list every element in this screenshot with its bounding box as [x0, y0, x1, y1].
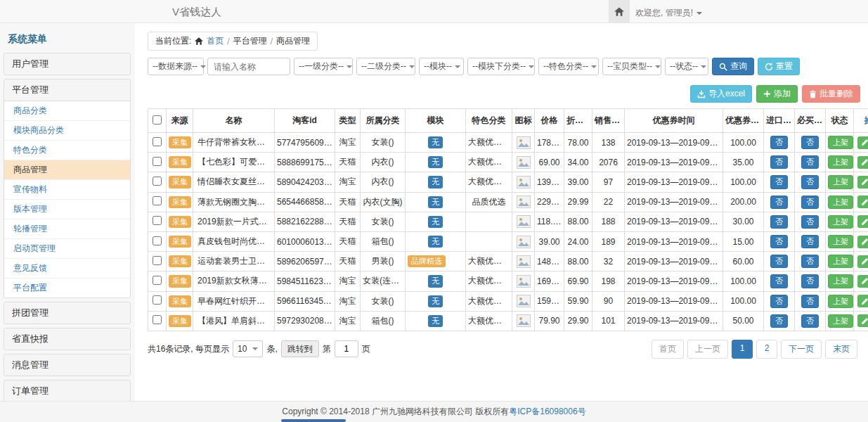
icp-link[interactable]: 粤ICP备16098006号	[509, 406, 585, 418]
sidebar-group-header[interactable]: 拼团管理	[4, 302, 130, 324]
row-checkbox[interactable]	[153, 196, 162, 205]
row-checkbox[interactable]	[153, 315, 162, 324]
import-select-toggle[interactable]: 否	[770, 215, 788, 229]
must-buy-toggle[interactable]: 否	[801, 274, 819, 288]
sidebar-item[interactable]: 版本管理	[4, 200, 130, 219]
breadcrumb-home-link[interactable]: 首页	[207, 35, 224, 47]
row-checkbox[interactable]	[153, 157, 162, 166]
must-buy-toggle[interactable]: 否	[801, 295, 819, 308]
row-checkbox[interactable]	[153, 256, 162, 265]
import-select-toggle[interactable]: 否	[770, 136, 788, 149]
row-checkbox[interactable]	[153, 177, 162, 186]
status-toggle[interactable]: 上架	[828, 235, 853, 248]
edit-button[interactable]	[857, 255, 868, 268]
filter-select-level2-category[interactable]: --二级分类--	[356, 58, 415, 75]
sidebar-item[interactable]: 启动页管理	[4, 239, 130, 259]
edit-button[interactable]	[857, 136, 868, 149]
must-buy-toggle[interactable]: 否	[801, 155, 819, 169]
module-badge[interactable]: 无	[428, 295, 443, 307]
status-toggle[interactable]: 上架	[828, 155, 853, 169]
import-select-toggle[interactable]: 否	[770, 314, 788, 328]
filter-select-feature-category[interactable]: --特色分类--	[538, 58, 599, 75]
module-badge[interactable]: 无	[428, 275, 443, 287]
user-menu[interactable]: 欢迎您, 管理员!	[635, 7, 702, 19]
filter-select-item-type[interactable]: --宝贝类型--	[602, 58, 661, 75]
sidebar-item[interactable]: 宣传物料	[4, 180, 130, 200]
edit-button[interactable]	[857, 156, 868, 169]
edit-button[interactable]	[857, 295, 868, 307]
page-button[interactable]: 1	[732, 340, 753, 359]
edit-button[interactable]	[857, 314, 868, 327]
module-badge[interactable]: 无	[428, 136, 443, 148]
module-badge[interactable]: 无	[428, 156, 443, 168]
nav-home-button[interactable]	[609, 0, 630, 23]
sidebar-group-header[interactable]: 省直快报	[4, 328, 130, 350]
sidebar-item[interactable]: 平台配置	[4, 279, 130, 298]
filter-select-level1-category[interactable]: --一级分类--	[294, 58, 353, 75]
status-toggle[interactable]: 上架	[828, 215, 853, 229]
edit-button[interactable]	[857, 236, 868, 248]
module-badge[interactable]: 无	[428, 176, 443, 188]
status-toggle[interactable]: 上架	[828, 295, 853, 308]
row-checkbox[interactable]	[153, 276, 162, 285]
name-search-input[interactable]	[207, 58, 290, 75]
edit-button[interactable]	[857, 196, 868, 208]
must-buy-toggle[interactable]: 否	[801, 255, 819, 268]
edit-button[interactable]	[857, 215, 868, 228]
row-checkbox[interactable]	[153, 216, 162, 225]
page-button[interactable]: 下一页	[781, 340, 822, 359]
row-checkbox[interactable]	[153, 236, 162, 245]
sidebar-item[interactable]: 特色分类	[4, 141, 130, 160]
batch-delete-button[interactable]: 批量删除	[802, 85, 860, 103]
filter-select-module-sub-category[interactable]: --模块下分类--	[467, 58, 535, 75]
import-select-toggle[interactable]: 否	[770, 274, 788, 288]
module-badge[interactable]: 无	[428, 236, 443, 248]
must-buy-toggle[interactable]: 否	[801, 136, 819, 149]
page-button[interactable]: 末页	[825, 340, 857, 359]
import-select-toggle[interactable]: 否	[770, 255, 788, 268]
select-all-checkbox[interactable]	[153, 115, 162, 124]
module-badge[interactable]: 无	[428, 196, 443, 208]
add-button[interactable]: 添加	[756, 85, 798, 103]
sidebar-group-header[interactable]: 平台管理	[4, 79, 130, 101]
sidebar-group-header[interactable]: 订单管理	[4, 381, 130, 401]
import-select-toggle[interactable]: 否	[770, 155, 788, 169]
breadcrumb-item[interactable]: 平台管理	[233, 35, 267, 47]
jump-button[interactable]: 跳转到	[281, 340, 319, 357]
import-select-toggle[interactable]: 否	[770, 196, 788, 209]
search-button[interactable]: 查询	[712, 58, 754, 75]
page-size-select[interactable]: 10	[233, 340, 263, 357]
status-toggle[interactable]: 上架	[828, 196, 853, 209]
filter-select-data-source[interactable]: --数据来源--	[148, 58, 204, 75]
must-buy-toggle[interactable]: 否	[801, 175, 819, 188]
must-buy-toggle[interactable]: 否	[801, 196, 819, 209]
import-select-toggle[interactable]: 否	[770, 295, 788, 308]
sidebar-item[interactable]: 模块商品分类	[4, 121, 130, 141]
sidebar-item[interactable]: 商品管理	[4, 160, 130, 180]
module-badge[interactable]: 无	[428, 315, 443, 327]
sidebar-group-header[interactable]: 消息管理	[4, 354, 130, 376]
status-toggle[interactable]: 上架	[828, 175, 853, 188]
import-excel-button[interactable]: 导入excel	[690, 85, 752, 103]
import-select-toggle[interactable]: 否	[770, 235, 788, 248]
status-toggle[interactable]: 上架	[828, 314, 853, 328]
page-button[interactable]: 上一页	[687, 340, 728, 359]
must-buy-toggle[interactable]: 否	[801, 314, 819, 328]
edit-button[interactable]	[857, 275, 868, 288]
module-badge[interactable]: 无	[428, 216, 443, 228]
row-checkbox[interactable]	[153, 295, 162, 305]
page-button[interactable]: 首页	[652, 340, 684, 359]
edit-button[interactable]	[857, 176, 868, 188]
scrollbar-thumb[interactable]	[281, 419, 346, 422]
sidebar-item[interactable]: 轮播管理	[4, 219, 130, 239]
filter-select-status[interactable]: --状态--	[665, 58, 708, 75]
jump-page-input[interactable]	[335, 340, 358, 357]
sidebar-group-header[interactable]: 用户管理	[4, 53, 130, 75]
status-toggle[interactable]: 上架	[828, 255, 853, 268]
status-toggle[interactable]: 上架	[828, 274, 853, 288]
row-checkbox[interactable]	[153, 137, 162, 146]
sidebar-item[interactable]: 意见反馈	[4, 259, 130, 279]
must-buy-toggle[interactable]: 否	[801, 215, 819, 229]
must-buy-toggle[interactable]: 否	[801, 235, 819, 248]
sidebar-item[interactable]: 商品分类	[4, 101, 130, 121]
